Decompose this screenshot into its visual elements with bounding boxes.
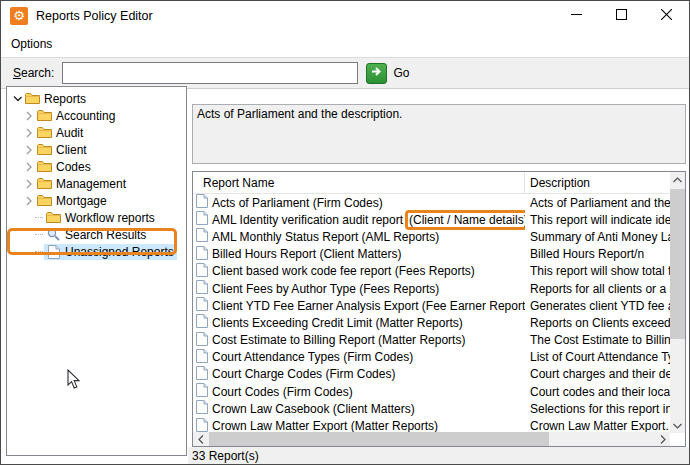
tree-item-audit[interactable]: Audit — [7, 124, 186, 141]
go-arrow-icon — [370, 65, 383, 81]
horizontal-scrollbar-thumb[interactable] — [209, 432, 549, 446]
report-name: AML Identity verification audit report — [212, 213, 403, 227]
folder-icon — [36, 177, 53, 190]
tree-connector-line — [35, 234, 43, 235]
tree-item-reports[interactable]: Reports — [7, 90, 186, 107]
report-row[interactable]: Acts of Parliament (Firm Codes)Acts of P… — [193, 194, 670, 211]
tree-item-label: Audit — [56, 126, 83, 140]
folder-icon — [36, 160, 53, 173]
page-icon — [196, 228, 208, 245]
maximize-icon — [616, 9, 627, 23]
report-description: Selections for this report inclu — [525, 402, 670, 416]
report-name: Clients Exceeding Credit Limit (Matter R… — [212, 316, 463, 330]
report-row[interactable]: Clients Exceeding Credit Limit (Matter R… — [193, 314, 670, 331]
report-row[interactable]: Cost Estimate to Billing Report (Matter … — [193, 332, 670, 349]
column-header-description[interactable]: Description — [525, 172, 685, 193]
tree-connector-line — [35, 251, 43, 252]
report-name: AML Monthly Status Report (AML Reports) — [212, 230, 439, 244]
report-description: Summary of Anti Money Laun — [525, 230, 670, 244]
scroll-right-icon[interactable] — [655, 432, 670, 446]
menu-options[interactable]: Options — [1, 33, 62, 55]
tree-item-codes[interactable]: Codes — [7, 158, 186, 175]
maximize-button[interactable] — [599, 1, 644, 31]
report-description: This report will indicate identit — [525, 213, 670, 227]
report-name: Client YTD Fee Earner Analysis Export (F… — [212, 299, 525, 313]
tree-item-search-results[interactable]: Search Results — [7, 226, 186, 243]
page-icon — [196, 280, 208, 297]
report-name: Crown Law Casebook (Client Matters) — [212, 402, 415, 416]
report-description: Generates client YTD fee amo — [525, 299, 670, 313]
report-description: The Cost Estimate to Billing Re — [525, 333, 670, 347]
report-row[interactable]: Client Fees by Author Type (Fees Reports… — [193, 280, 670, 297]
menu-bar: Options — [1, 31, 689, 57]
tree-item-label: Management — [56, 177, 126, 191]
horizontal-scrollbar[interactable] — [193, 432, 670, 446]
chevron-down-icon[interactable] — [11, 94, 23, 103]
tree-item-label: Workflow reports — [65, 211, 155, 225]
column-header-report-name[interactable]: Report Name — [193, 172, 525, 193]
chevron-right-icon[interactable] — [23, 111, 35, 121]
minimize-button[interactable] — [554, 1, 599, 31]
report-row[interactable]: Client based work code fee report (Fees … — [193, 263, 670, 280]
folder-icon — [24, 92, 41, 105]
chevron-right-icon[interactable] — [23, 196, 35, 206]
report-description: Billed Hours Report/n — [525, 247, 670, 261]
chevron-right-icon[interactable] — [23, 179, 35, 189]
status-bar: 33 Report(s) — [188, 447, 689, 464]
list-header: Report Name Description — [193, 172, 685, 194]
folder-icon — [36, 109, 53, 122]
scroll-down-icon[interactable] — [670, 418, 685, 433]
report-row[interactable]: Billed Hours Report (Client Matters)Bill… — [193, 246, 670, 263]
tree-connector-line — [35, 217, 43, 218]
description-preview: Acts of Parliament and the description. — [192, 104, 686, 164]
window-title: Reports Policy Editor — [36, 9, 153, 23]
report-name: Crown Law Matter Export (Matter Reports) — [212, 419, 438, 433]
page-icon — [196, 314, 208, 331]
vertical-scrollbar-thumb[interactable] — [670, 189, 685, 339]
tree-item-workflow-reports[interactable]: Workflow reports — [7, 209, 186, 226]
tree-item-label: Search Results — [65, 228, 146, 242]
report-row[interactable]: AML Identity verification audit report(C… — [193, 211, 670, 228]
report-count: 33 Report(s) — [192, 449, 259, 463]
report-name: Client Fees by Author Type (Fees Reports… — [212, 282, 439, 296]
scroll-up-icon[interactable] — [670, 172, 685, 187]
report-list-body: Acts of Parliament (Firm Codes)Acts of P… — [193, 194, 670, 434]
report-description: Court charges and their descr — [525, 367, 670, 381]
chevron-right-icon[interactable] — [23, 128, 35, 138]
report-name: Court Codes (Firm Codes) — [212, 385, 353, 399]
report-row[interactable]: Court Attendance Types (Firm Codes)List … — [193, 349, 670, 366]
go-label[interactable]: Go — [393, 66, 409, 80]
close-icon — [661, 9, 672, 23]
report-row[interactable]: Court Charge Codes (Firm Codes)Court cha… — [193, 366, 670, 383]
report-row[interactable]: Court Codes (Firm Codes)Court codes and … — [193, 383, 670, 400]
chevron-right-icon[interactable] — [23, 162, 35, 172]
go-button[interactable] — [366, 63, 387, 84]
search-input[interactable] — [62, 62, 358, 84]
tree-item-mortgage[interactable]: Mortgage — [7, 192, 186, 209]
page-icon — [196, 400, 208, 417]
tree-item-management[interactable]: Management — [7, 175, 186, 192]
tree-item-client[interactable]: Client — [7, 141, 186, 158]
page-icon — [196, 263, 208, 280]
report-row[interactable]: Crown Law Casebook (Client Matters)Selec… — [193, 400, 670, 417]
tree-item-unassigned-reports[interactable]: Unassigned Reports — [7, 243, 186, 260]
report-description: This report will show total fee — [525, 264, 670, 278]
folder-icon — [36, 143, 53, 156]
vertical-scrollbar[interactable] — [670, 172, 685, 433]
tree-item-label: Unassigned Reports — [65, 245, 174, 259]
close-button[interactable] — [644, 1, 689, 31]
chevron-right-icon[interactable] — [23, 145, 35, 155]
report-name: Court Attendance Types (Firm Codes) — [212, 350, 413, 364]
report-row[interactable]: AML Monthly Status Report (AML Reports)S… — [193, 228, 670, 245]
page-icon — [196, 211, 208, 228]
report-description: List of Court Attendance Type — [525, 350, 670, 364]
page-icon — [196, 349, 208, 366]
tree-item-accounting[interactable]: Accounting — [7, 107, 186, 124]
page-icon — [196, 194, 208, 211]
report-row[interactable]: Client YTD Fee Earner Analysis Export (F… — [193, 297, 670, 314]
scroll-left-icon[interactable] — [193, 432, 208, 446]
tree-item-label: Mortgage — [56, 194, 107, 208]
tree-item-label: Reports — [44, 92, 86, 106]
folder-icon — [36, 126, 53, 139]
page-icon — [45, 245, 62, 259]
